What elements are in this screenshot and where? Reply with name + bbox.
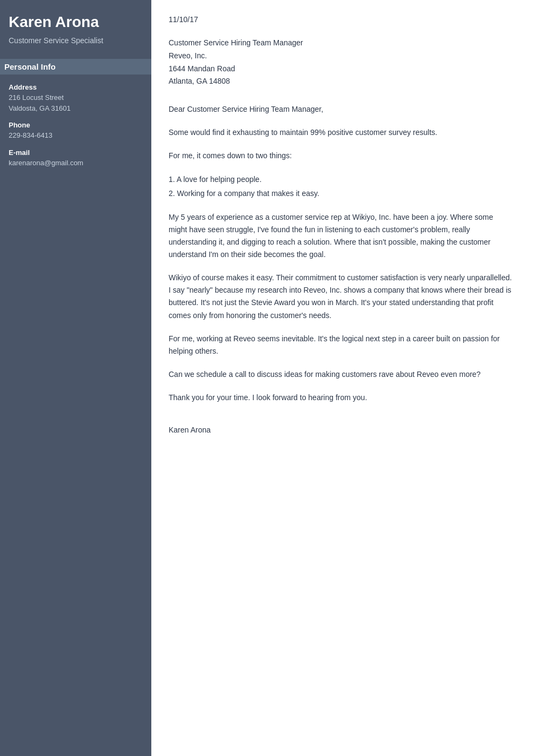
- list-item1: 1. A love for helping people.: [169, 173, 513, 186]
- recipient-block: Customer Service Hiring Team Manager Rev…: [169, 37, 513, 88]
- letter-content: 11/10/17 Customer Service Hiring Team Ma…: [151, 0, 535, 756]
- paragraph4: Wikiyo of course makes it easy. Their co…: [169, 272, 513, 321]
- address-line1: 216 Locust Street: [9, 92, 143, 103]
- personal-info-header: Personal Info: [0, 59, 151, 75]
- paragraph1: Some would find it exhausting to maintai…: [169, 126, 513, 139]
- sidebar: Karen Arona Customer Service Specialist …: [0, 0, 151, 756]
- paragraph3: My 5 years of experience as a customer s…: [169, 211, 513, 261]
- list-block: 1. A love for helping people. 2. Working…: [169, 173, 513, 200]
- recipient-line1: Customer Service Hiring Team Manager: [169, 37, 513, 50]
- recipient-line4: Atlanta, GA 14808: [169, 75, 513, 88]
- applicant-name: Karen Arona: [9, 13, 143, 31]
- recipient-line2: Reveo, Inc.: [169, 50, 513, 63]
- recipient-line3: 1644 Mandan Road: [169, 63, 513, 76]
- address-label: Address: [9, 83, 143, 91]
- paragraph6: Can we schedule a call to discuss ideas …: [169, 368, 513, 381]
- letter-date: 11/10/17: [169, 15, 513, 24]
- paragraph5: For me, working at Reveo seems inevitabl…: [169, 333, 513, 357]
- email-value: karenarona@gmail.com: [9, 158, 143, 168]
- email-label: E-mail: [9, 148, 143, 157]
- list-item2: 2. Working for a company that makes it e…: [169, 187, 513, 200]
- applicant-title: Customer Service Specialist: [9, 36, 143, 46]
- paragraph2: For me, it comes down to two things:: [169, 150, 513, 162]
- phone-label: Phone: [9, 121, 143, 129]
- address-line2: Valdosta, GA 31601: [9, 103, 143, 114]
- phone-value: 229-834-6413: [9, 130, 143, 141]
- paragraph7: Thank you for your time. I look forward …: [169, 392, 513, 404]
- letter-body: Dear Customer Service Hiring Team Manage…: [169, 103, 513, 404]
- signature-block: Karen Arona: [169, 426, 513, 434]
- greeting: Dear Customer Service Hiring Team Manage…: [169, 103, 513, 116]
- signature: Karen Arona: [169, 426, 513, 434]
